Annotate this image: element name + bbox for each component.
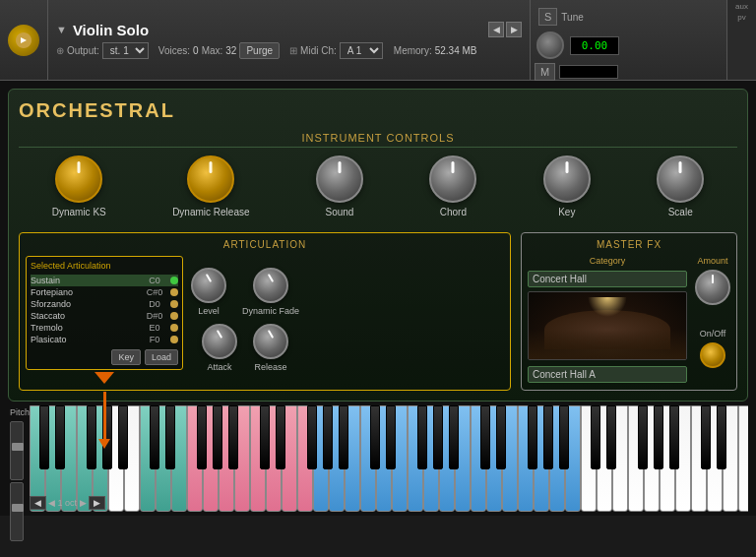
black-key-oct5-0[interactable] bbox=[591, 405, 600, 469]
piano-controls bbox=[10, 421, 30, 541]
master-fx-inner: Category Concert Hall Concert Hall bbox=[528, 256, 730, 383]
black-key-oct3-1[interactable] bbox=[386, 405, 396, 469]
level-knob-label: Level bbox=[198, 306, 220, 316]
voices-value: 0 bbox=[193, 45, 199, 56]
black-key-oct1-2[interactable] bbox=[197, 405, 207, 469]
artic-dot-staccato bbox=[170, 312, 178, 320]
octave-3 bbox=[360, 405, 471, 512]
black-key-oct2-2[interactable] bbox=[307, 405, 317, 469]
knob-key: Key bbox=[543, 155, 591, 217]
knob-sound: Sound bbox=[316, 155, 363, 217]
black-key-oct4-1[interactable] bbox=[496, 405, 506, 469]
oct-left-btn[interactable]: ◀ bbox=[30, 496, 46, 510]
artic-key-plasicato: F0 bbox=[141, 335, 168, 344]
black-key-oct4-0[interactable] bbox=[480, 405, 490, 469]
black-key-oct5-3[interactable] bbox=[654, 405, 663, 469]
sound-knob[interactable] bbox=[316, 155, 363, 203]
chord-knob[interactable] bbox=[429, 155, 476, 203]
nav-left-btn[interactable]: ◀ bbox=[488, 22, 504, 37]
artic-name-sustain: Sustain bbox=[31, 276, 139, 285]
dynamic-fade-knob[interactable] bbox=[253, 268, 288, 303]
load-btn[interactable]: Load bbox=[145, 349, 178, 365]
black-key-oct5-4[interactable] bbox=[669, 405, 679, 469]
dynamic-release-knob[interactable] bbox=[187, 155, 234, 203]
artic-name-sforzando: Sforzando bbox=[31, 299, 139, 309]
logo bbox=[8, 25, 39, 56]
scale-knob[interactable] bbox=[657, 155, 704, 203]
octave-4 bbox=[471, 405, 581, 512]
artic-row-fortepiano[interactable]: Fortepiano C#0 bbox=[31, 286, 178, 298]
selected-artic-title: Selected Articulation bbox=[31, 261, 178, 271]
pitch-slider-thumb bbox=[12, 443, 24, 451]
artic-dot-sustain bbox=[170, 277, 178, 284]
m-button[interactable]: M bbox=[535, 63, 555, 81]
output-select[interactable]: st. 1 bbox=[102, 42, 149, 59]
dynamic-ks-knob[interactable] bbox=[55, 155, 102, 203]
voices-label: Voices: bbox=[158, 45, 190, 56]
instrument-controls-title: INSTRUMENT CONTROLS bbox=[19, 132, 737, 148]
black-key-oct1-3[interactable] bbox=[213, 405, 222, 469]
black-key-oct2-3[interactable] bbox=[323, 405, 333, 469]
tune-knob[interactable] bbox=[536, 31, 564, 59]
s-button[interactable]: S bbox=[538, 8, 557, 26]
black-key-oct4-3[interactable] bbox=[543, 405, 553, 469]
knob-dynamic-release: Dynamic Release bbox=[172, 155, 249, 217]
key-knob[interactable] bbox=[543, 155, 591, 203]
artic-row-plasicato[interactable]: Plasicato F0 bbox=[31, 334, 178, 345]
artic-name-fortepiano: Fortepiano bbox=[31, 287, 139, 297]
black-key-oct2-4[interactable] bbox=[339, 405, 348, 469]
amount-section: Amount On/Off bbox=[695, 256, 730, 383]
onoff-button[interactable] bbox=[700, 342, 725, 368]
nav-right-btn[interactable]: ▶ bbox=[506, 22, 522, 37]
top-bar: ▼ Violin Solo ◀ ▶ ⊕ Output: st. 1 Voices… bbox=[0, 0, 756, 81]
purge-btn[interactable]: Purge bbox=[239, 42, 280, 59]
black-key-oct2-0[interactable] bbox=[260, 405, 270, 469]
amount-knob[interactable] bbox=[695, 270, 730, 305]
black-key-oct3-0[interactable] bbox=[370, 405, 380, 469]
black-key-oct0-0[interactable] bbox=[39, 405, 49, 469]
artic-row-staccato[interactable]: Staccato D#0 bbox=[31, 310, 178, 322]
pitch-slider[interactable] bbox=[10, 421, 24, 480]
artic-key-fortepiano: C#0 bbox=[141, 287, 168, 297]
knob-chord: Chord bbox=[429, 155, 476, 217]
black-key-oct3-4[interactable] bbox=[449, 405, 459, 469]
artic-row-tremolo[interactable]: Tremolo E0 bbox=[31, 322, 178, 334]
release-knob[interactable] bbox=[253, 324, 288, 359]
output-icon: ⊕ bbox=[56, 45, 64, 56]
octave-6 bbox=[691, 405, 748, 512]
mod-slider[interactable] bbox=[10, 482, 24, 541]
black-key-oct1-4[interactable] bbox=[228, 405, 238, 469]
artic-row-sustain[interactable]: Sustain C0 bbox=[31, 275, 178, 286]
articulation-inner: Selected Articulation Sustain C0 Fortepi… bbox=[26, 256, 504, 384]
sub-select[interactable]: Concert Hall A bbox=[528, 366, 687, 383]
amount-label: Amount bbox=[697, 256, 727, 266]
black-key-oct2-1[interactable] bbox=[276, 405, 285, 469]
black-key-oct1-1[interactable] bbox=[165, 405, 175, 469]
attack-knob[interactable] bbox=[202, 324, 237, 359]
white-key-oct6-3[interactable] bbox=[738, 405, 748, 512]
midi-select[interactable]: A 1 bbox=[340, 42, 383, 59]
black-key-oct3-3[interactable] bbox=[433, 405, 443, 469]
artic-name-staccato: Staccato bbox=[31, 311, 139, 321]
category-select[interactable]: Concert Hall bbox=[528, 271, 687, 287]
black-key-oct5-2[interactable] bbox=[638, 405, 648, 469]
black-key-oct0-2[interactable] bbox=[87, 405, 96, 469]
level-knob[interactable] bbox=[191, 268, 226, 303]
attack-knob-item: Attack bbox=[202, 324, 237, 372]
black-key-oct4-2[interactable] bbox=[528, 405, 537, 469]
black-key-oct4-4[interactable] bbox=[559, 405, 569, 469]
reverb-section: Category Concert Hall Concert Hall bbox=[528, 256, 687, 383]
black-key-oct0-4[interactable] bbox=[118, 405, 128, 469]
artic-row-sforzando[interactable]: Sforzando D0 bbox=[31, 298, 178, 310]
aux-label: aux bbox=[735, 2, 748, 11]
black-key-oct6-0[interactable] bbox=[701, 405, 711, 469]
key-btn[interactable]: Key bbox=[111, 349, 141, 365]
oct-right-btn[interactable]: ▶ bbox=[89, 496, 105, 510]
black-key-oct0-1[interactable] bbox=[55, 405, 65, 469]
black-key-oct6-1[interactable] bbox=[717, 405, 726, 469]
black-key-oct3-2[interactable] bbox=[417, 405, 427, 469]
scale-label: Scale bbox=[668, 207, 693, 217]
artic-key-staccato: D#0 bbox=[141, 311, 168, 321]
black-key-oct5-1[interactable] bbox=[606, 405, 616, 469]
black-key-oct1-0[interactable] bbox=[150, 405, 159, 469]
